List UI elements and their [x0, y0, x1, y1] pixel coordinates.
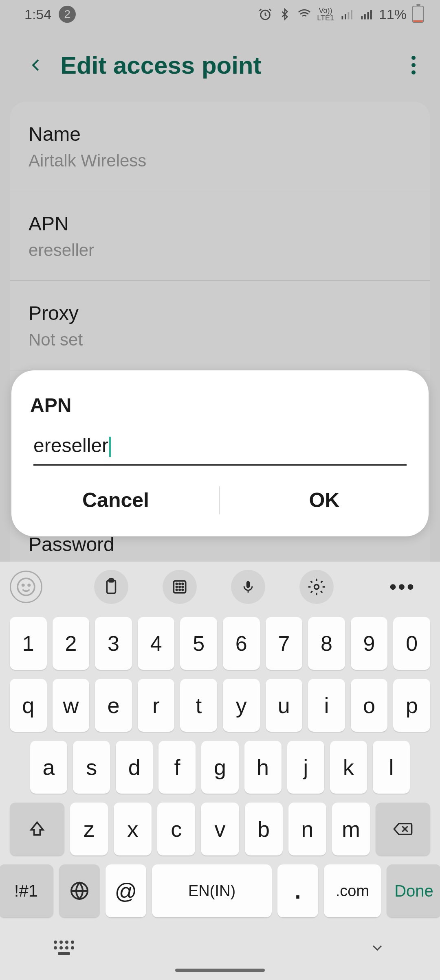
key-l[interactable]: l: [373, 741, 410, 794]
svg-point-30: [71, 941, 74, 944]
svg-point-23: [182, 589, 183, 591]
at-key[interactable]: @: [106, 864, 146, 917]
key-c[interactable]: c: [157, 803, 195, 855]
svg-point-10: [22, 584, 24, 586]
key-m[interactable]: m: [332, 803, 370, 855]
key-3[interactable]: 3: [95, 617, 132, 670]
key-z[interactable]: z: [70, 803, 108, 855]
svg-point-21: [176, 589, 177, 591]
key-d[interactable]: d: [116, 741, 153, 794]
svg-point-27: [54, 941, 57, 944]
key-6[interactable]: 6: [223, 617, 260, 670]
done-key[interactable]: Done: [387, 864, 440, 917]
symbols-key[interactable]: !#1: [0, 864, 53, 917]
keyboard-row-bottom: !#1 @ EN(IN) . .com Done: [10, 864, 430, 917]
key-i[interactable]: i: [308, 679, 345, 732]
soft-keyboard: ••• 1234567890 qwertyuiop asdfghjkl zxcv…: [0, 562, 440, 980]
svg-point-15: [176, 583, 177, 584]
key-k[interactable]: k: [330, 741, 367, 794]
apn-input-value: ereseller: [33, 435, 108, 456]
text-extraction-button[interactable]: [163, 570, 197, 604]
key-h[interactable]: h: [244, 741, 282, 794]
backspace-key[interactable]: [376, 803, 430, 855]
svg-point-33: [65, 946, 68, 949]
hide-keyboard-button[interactable]: [367, 942, 387, 954]
key-4[interactable]: 4: [138, 617, 175, 670]
svg-point-28: [59, 941, 63, 944]
key-a[interactable]: a: [30, 741, 67, 794]
language-key[interactable]: [59, 864, 100, 917]
svg-point-22: [179, 589, 180, 591]
dialog-title: APN: [11, 394, 429, 416]
svg-point-25: [315, 585, 319, 589]
svg-point-9: [18, 578, 35, 595]
dotcom-key[interactable]: .com: [324, 864, 381, 917]
key-q[interactable]: q: [10, 679, 47, 732]
emoji-button[interactable]: [10, 571, 42, 603]
setting-item-password-peek: Password: [29, 533, 114, 556]
dialog-button-row: Cancel OK: [11, 477, 429, 523]
key-8[interactable]: 8: [308, 617, 345, 670]
svg-point-19: [179, 586, 180, 588]
keyboard-row-qwerty3: zxcvbnm: [10, 803, 430, 855]
apn-edit-dialog: APN ereseller Cancel OK: [11, 370, 429, 536]
apn-input[interactable]: ereseller: [33, 430, 407, 466]
ok-button[interactable]: OK: [220, 477, 429, 523]
svg-rect-35: [58, 952, 70, 955]
keyboard-more-button[interactable]: •••: [385, 570, 420, 604]
svg-rect-24: [246, 581, 250, 588]
space-key[interactable]: EN(IN): [152, 864, 272, 917]
shift-key[interactable]: [10, 803, 64, 855]
clipboard-button[interactable]: [94, 570, 128, 604]
key-n[interactable]: n: [288, 803, 326, 855]
key-f[interactable]: f: [158, 741, 196, 794]
key-x[interactable]: x: [114, 803, 152, 855]
key-b[interactable]: b: [245, 803, 283, 855]
key-1[interactable]: 1: [10, 617, 47, 670]
cancel-button[interactable]: Cancel: [11, 477, 220, 523]
key-t[interactable]: t: [180, 679, 217, 732]
key-y[interactable]: y: [223, 679, 260, 732]
key-r[interactable]: r: [138, 679, 175, 732]
keyboard-row-numbers: 1234567890: [10, 617, 430, 670]
keyboard-switcher-button[interactable]: [53, 940, 76, 956]
keyboard-row-qwerty2: asdfghjkl: [10, 741, 430, 794]
key-u[interactable]: u: [266, 679, 303, 732]
svg-point-20: [182, 586, 183, 588]
key-w[interactable]: w: [53, 679, 90, 732]
key-2[interactable]: 2: [53, 617, 90, 670]
keyboard-toolbar: •••: [0, 562, 440, 612]
svg-point-29: [65, 941, 68, 944]
svg-point-16: [179, 583, 180, 584]
key-9[interactable]: 9: [351, 617, 388, 670]
key-j[interactable]: j: [287, 741, 324, 794]
key-g[interactable]: g: [201, 741, 238, 794]
key-0[interactable]: 0: [393, 617, 430, 670]
keyboard-row-qwerty1: qwertyuiop: [10, 679, 430, 732]
key-5[interactable]: 5: [180, 617, 217, 670]
svg-point-31: [54, 946, 57, 949]
home-indicator[interactable]: [175, 969, 265, 972]
voice-input-button[interactable]: [231, 570, 265, 604]
key-e[interactable]: e: [95, 679, 132, 732]
svg-point-11: [28, 584, 30, 586]
key-v[interactable]: v: [201, 803, 239, 855]
key-7[interactable]: 7: [266, 617, 303, 670]
text-cursor: [109, 437, 111, 457]
svg-point-17: [182, 583, 183, 584]
key-s[interactable]: s: [73, 741, 110, 794]
period-key[interactable]: .: [277, 864, 318, 917]
svg-point-18: [176, 586, 177, 588]
key-o[interactable]: o: [351, 679, 388, 732]
svg-point-34: [71, 946, 74, 949]
keyboard-settings-button[interactable]: [299, 570, 334, 604]
navigation-bar: [0, 924, 440, 980]
svg-point-32: [59, 946, 63, 949]
key-p[interactable]: p: [393, 679, 430, 732]
